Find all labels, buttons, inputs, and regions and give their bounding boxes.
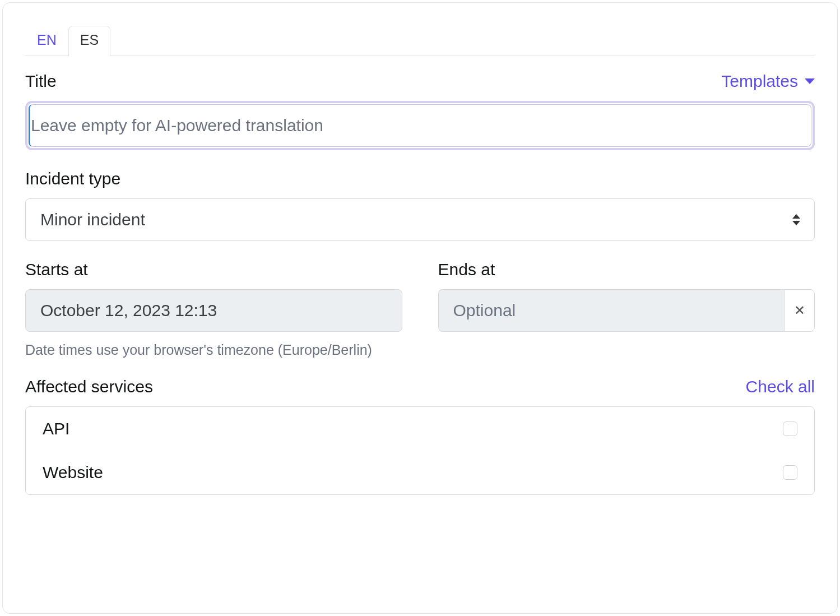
check-all-link[interactable]: Check all <box>746 377 815 396</box>
starts-at-label: Starts at <box>25 260 88 279</box>
service-name: Website <box>43 463 103 482</box>
tab-en[interactable]: EN <box>25 26 68 56</box>
starts-at-label-row: Starts at <box>25 260 402 279</box>
starts-at-input[interactable] <box>25 289 402 332</box>
ends-at-label: Ends at <box>438 260 495 279</box>
services-label: Affected services <box>25 377 153 396</box>
ends-at-label-row: Ends at <box>438 260 815 279</box>
tab-es[interactable]: ES <box>68 26 110 56</box>
title-input-focus-ring <box>25 101 815 150</box>
dates-row: Starts at Ends at ✕ <box>25 260 815 332</box>
incident-type-label: Incident type <box>25 169 120 188</box>
incident-type-section: Incident type Minor incident <box>25 169 815 241</box>
dates-section: Starts at Ends at ✕ Date times use your … <box>25 260 815 358</box>
title-label: Title <box>25 72 57 91</box>
caret-down-icon <box>805 78 815 84</box>
timezone-note: Date times use your browser's timezone (… <box>25 342 815 358</box>
ends-at-input-group: ✕ <box>438 289 815 332</box>
form-container: EN ES Title Templates Incident type Mino… <box>2 2 838 614</box>
templates-label: Templates <box>721 72 798 91</box>
title-input[interactable] <box>29 104 811 147</box>
ends-at-col: Ends at ✕ <box>438 260 815 332</box>
close-icon: ✕ <box>794 303 805 318</box>
services-label-row: Affected services Check all <box>25 377 815 396</box>
language-tabs: EN ES <box>25 25 815 56</box>
title-section: Title Templates <box>25 72 815 150</box>
service-row-api: API <box>26 407 814 451</box>
service-checkbox-api[interactable] <box>783 422 797 436</box>
templates-dropdown[interactable]: Templates <box>721 72 815 91</box>
incident-type-select-wrap: Minor incident <box>25 198 815 241</box>
clear-ends-at-button[interactable]: ✕ <box>784 289 815 332</box>
ends-at-input[interactable] <box>438 289 785 332</box>
service-checkbox-website[interactable] <box>783 465 797 480</box>
services-section: Affected services Check all API Website <box>25 377 815 495</box>
service-row-website: Website <box>26 451 814 494</box>
incident-type-label-row: Incident type <box>25 169 815 188</box>
services-list: API Website <box>25 406 815 495</box>
incident-type-select[interactable]: Minor incident <box>25 198 815 241</box>
service-name: API <box>43 419 69 438</box>
starts-at-col: Starts at <box>25 260 402 332</box>
title-label-row: Title Templates <box>25 72 815 91</box>
